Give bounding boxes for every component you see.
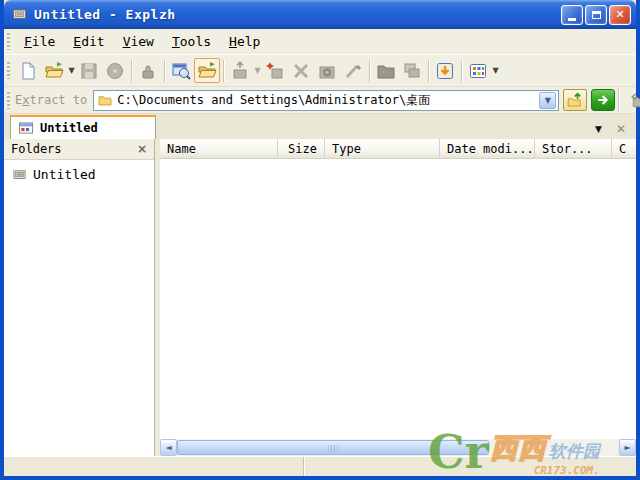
column-header-compressed[interactable]: C (612, 139, 636, 158)
scroll-left-button[interactable]: ◄ (160, 439, 177, 456)
scroll-right-button[interactable]: ► (619, 439, 636, 456)
repair-archive-icon (317, 61, 337, 81)
toolbar-separator (369, 60, 370, 82)
save-button[interactable] (76, 58, 102, 83)
folder-icon (97, 93, 113, 108)
tree-item-untitled[interactable]: Untitled (4, 165, 154, 184)
tab-close-button[interactable]: ✕ (616, 123, 626, 135)
extract-path-value[interactable]: C:\Documents and Settings\Administrator\… (117, 92, 537, 109)
delete-button[interactable] (288, 58, 314, 83)
title-bar: Untitled - Explzh ✕ (4, 0, 636, 29)
extract-button[interactable] (432, 58, 458, 83)
status-section-1 (4, 457, 304, 476)
app-window: Untitled - Explzh ✕ File Edit View Tools… (0, 0, 640, 480)
recent-folders-button[interactable] (628, 89, 640, 111)
extract-icon (435, 61, 455, 81)
menu-edit[interactable]: Edit (64, 30, 113, 53)
toolbar-separator (223, 60, 224, 82)
addrbar-grip[interactable] (7, 92, 10, 109)
maximize-button[interactable] (585, 5, 607, 25)
menu-tools[interactable]: Tools (163, 30, 220, 53)
menu-view[interactable]: View (114, 30, 163, 53)
views-button[interactable] (465, 58, 491, 83)
toolbar-grip[interactable] (7, 62, 10, 79)
preview-icon (171, 61, 191, 81)
preview-button[interactable] (168, 58, 194, 83)
combobox-dropdown-button[interactable]: ▼ (539, 92, 556, 109)
menu-file[interactable]: File (15, 30, 64, 53)
repair-archive-button[interactable] (314, 58, 340, 83)
column-header-row: Name Size Type Date modi... Stor... C (160, 139, 636, 159)
add-dropdown-arrow[interactable]: ▼ (253, 66, 262, 75)
folders-pane-title: Folders (11, 142, 62, 156)
tab-untitled[interactable]: Untitled (10, 115, 156, 139)
delete-icon (291, 61, 311, 81)
tab-list-dropdown[interactable]: ▼ (595, 124, 602, 134)
tab-label: Untitled (40, 121, 98, 135)
toolbar: ▼ ▼ ▼ (4, 55, 636, 87)
new-archive-icon (265, 61, 285, 81)
save-icon (79, 61, 99, 81)
window-title: Untitled - Explzh (34, 7, 176, 22)
views-dropdown-arrow[interactable]: ▼ (491, 66, 500, 75)
tab-window-icon (18, 121, 34, 135)
cascade-windows-button[interactable] (399, 58, 425, 83)
file-list-body[interactable] (160, 159, 636, 439)
open-folder-button[interactable] (41, 58, 67, 83)
folders-pane: Folders × Untitled (4, 139, 155, 456)
horizontal-scrollbar: ◄ ► (160, 439, 636, 456)
cascade-windows-icon (402, 61, 422, 81)
recent-folders-icon (628, 91, 640, 110)
file-list-pane: Name Size Type Date modi... Stor... C ◄ … (160, 139, 636, 456)
create-folder-button[interactable] (373, 58, 399, 83)
stamp-button[interactable] (135, 58, 161, 83)
new-archive-button[interactable] (262, 58, 288, 83)
up-folder-button[interactable] (563, 89, 587, 111)
main-content: Folders × Untitled Name Size Type Date m… (4, 139, 636, 456)
addrbar-separator (618, 89, 619, 111)
views-icon (468, 61, 488, 81)
folders-pane-header: Folders × (4, 139, 154, 160)
close-icon: ✕ (615, 9, 624, 20)
column-header-date-modified[interactable]: Date modi... (440, 139, 535, 158)
new-file-button[interactable] (15, 58, 41, 83)
disc-button[interactable] (102, 58, 128, 83)
extract-path-combobox[interactable]: C:\Documents and Settings\Administrator\… (93, 90, 559, 111)
maximize-icon (592, 11, 601, 19)
minimize-button[interactable] (561, 5, 583, 25)
status-section-2 (304, 457, 636, 476)
test-archive-icon (343, 61, 363, 81)
column-header-name[interactable]: Name (160, 139, 278, 158)
toolbar-separator (164, 60, 165, 82)
folder-up-icon (566, 92, 584, 109)
explorer-folder-button[interactable] (194, 58, 220, 83)
column-header-stored[interactable]: Stor... (535, 139, 612, 158)
tree-item-label: Untitled (33, 167, 96, 182)
close-button[interactable]: ✕ (609, 5, 631, 25)
tab-bar: Untitled ▼ ✕ (4, 114, 636, 139)
folders-tree: Untitled (4, 160, 154, 456)
new-file-icon (18, 61, 38, 81)
archive-icon (11, 168, 28, 182)
disc-icon (105, 61, 125, 81)
scrollbar-thumb[interactable] (177, 440, 489, 455)
toolbar-separator (461, 60, 462, 82)
folders-close-button[interactable]: × (137, 142, 147, 156)
extract-to-label: Extract to (15, 93, 87, 107)
stamp-icon (138, 61, 158, 81)
add-to-archive-button[interactable] (227, 58, 253, 83)
column-header-size[interactable]: Size (278, 139, 325, 158)
toolbar-separator (131, 60, 132, 82)
add-to-archive-icon (230, 61, 250, 81)
create-folder-icon (376, 61, 396, 81)
menu-help[interactable]: Help (220, 30, 269, 53)
scrollbar-track[interactable] (177, 439, 619, 456)
column-header-type[interactable]: Type (325, 139, 440, 158)
menubar-grip[interactable] (7, 33, 10, 50)
test-archive-button[interactable] (340, 58, 366, 83)
open-dropdown-arrow[interactable]: ▼ (67, 66, 76, 75)
menu-bar: File Edit View Tools Help (4, 29, 636, 55)
explorer-folder-icon (197, 61, 217, 81)
open-folder-icon (44, 61, 64, 81)
go-button[interactable] (591, 89, 615, 111)
